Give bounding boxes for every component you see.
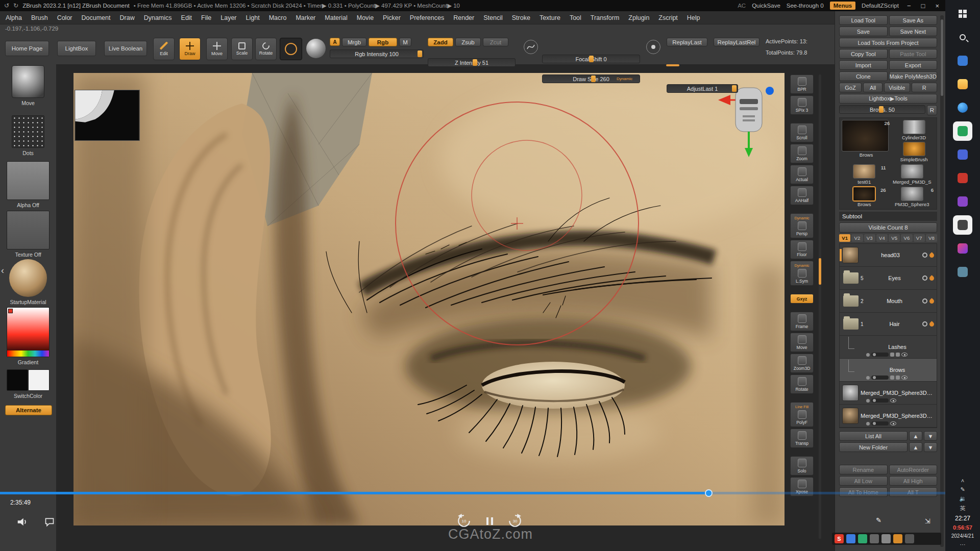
save-button[interactable]: Save [839, 27, 888, 36]
comments-button[interactable] [42, 514, 57, 530]
rotate-mode-button[interactable]: Rotate [255, 38, 277, 60]
menu-item-document[interactable]: Document [77, 11, 115, 24]
redo-icon[interactable]: ↻ [13, 2, 18, 9]
menu-item-preferences[interactable]: Preferences [405, 11, 449, 24]
tab-v3[interactable]: V3 [864, 234, 875, 242]
draw-mode-button[interactable]: Draw [179, 38, 201, 60]
subtool-toggle-strip[interactable] [866, 421, 896, 425]
menu-item-file[interactable]: File [197, 11, 216, 24]
clone-button[interactable]: Clone [839, 71, 888, 81]
subtool-section-header[interactable]: Subtool [839, 212, 937, 221]
paste-tool-button[interactable]: Paste Tool [889, 49, 938, 59]
menu-item-movie[interactable]: Movie [352, 11, 378, 24]
tab-v6[interactable]: V6 [901, 234, 912, 242]
photos-app-icon[interactable] [953, 239, 972, 258]
subtool-row-merged-20[interactable]: Merged_PM3D_Sphere3D1_20 [840, 382, 937, 405]
default-zscript-button[interactable]: DefaultZScript [862, 3, 899, 9]
rs-gxyz-button[interactable]: Gxyz [790, 294, 814, 304]
current-brush-preview[interactable] [280, 38, 302, 60]
menu-item-render[interactable]: Render [449, 11, 479, 24]
annotate-pencil-icon[interactable]: ✎ [876, 516, 881, 524]
tool-item-merged-pm3d-s[interactable]: Merged_PM3D_S [890, 164, 935, 185]
tab-v1[interactable]: V1 [839, 234, 850, 242]
current-material-preview[interactable] [306, 39, 326, 58]
rs-persp-button[interactable]: DynamicPersp [790, 213, 814, 238]
media-app-icon[interactable] [953, 192, 972, 211]
gear-icon[interactable] [922, 276, 927, 281]
pen-icon[interactable] [896, 353, 900, 357]
menu-item-stroke[interactable]: Stroke [507, 11, 535, 24]
menu-item-material[interactable]: Material [320, 11, 352, 24]
lightbox-tools-button[interactable]: Lightbox▶Tools [839, 94, 937, 104]
rs-bpr-button[interactable]: BPR [790, 74, 814, 94]
toggle-knob[interactable] [866, 422, 870, 425]
color-picker[interactable] [7, 307, 50, 357]
rs-scroll-button[interactable]: Scroll [790, 123, 814, 142]
subtool-row-eyes[interactable]: 5 Eyes [840, 267, 937, 290]
rs-floor-button[interactable]: Floor [790, 240, 814, 259]
mrgb-toggle[interactable]: Mrgb [342, 38, 366, 46]
rs-move-button[interactable]: Move [790, 333, 814, 352]
subtool-row-mouth[interactable]: 2 Mouth [840, 290, 937, 313]
menu-item-edit[interactable]: Edit [177, 11, 197, 24]
brush-thumbnail[interactable] [12, 65, 44, 98]
goz-r-button[interactable]: R [912, 83, 938, 92]
menu-item-color[interactable]: Color [53, 11, 77, 24]
rs-polyf-button[interactable]: Line FillPolyF [790, 402, 814, 427]
menu-item-layer[interactable]: Layer [216, 11, 241, 24]
rs-spix-slider[interactable]: SPix 3 [790, 95, 814, 115]
scale-mode-button[interactable]: Scale [231, 38, 253, 60]
blend-slider[interactable] [871, 398, 889, 403]
list-all-button[interactable]: List All [839, 431, 908, 441]
active-tool-thumbnail[interactable] [842, 120, 889, 152]
tool-item-simplebrush[interactable]: SimpleBrush [893, 142, 935, 162]
clock-time[interactable]: 22:27 [955, 515, 970, 522]
menu-item-macro[interactable]: Macro [264, 11, 291, 24]
goz-button[interactable]: GoZ [839, 83, 862, 92]
replay-last-button[interactable]: ReplayLast [667, 38, 707, 46]
rs-zoom3d-button[interactable]: Zoom3D [790, 354, 814, 373]
camera-gizmo[interactable] [717, 85, 776, 159]
rs-rotate-button[interactable]: Rotate [790, 374, 814, 394]
z-intensity-slider[interactable]: Z Intensity 51 [428, 58, 516, 67]
active-tool-slider[interactable]: Brows. 50 [839, 105, 925, 114]
volume-button[interactable] [14, 514, 30, 530]
ime-mode-icon[interactable] [846, 534, 855, 543]
move-mode-button[interactable]: Move [206, 38, 228, 60]
rs-actual-button[interactable]: Actual [790, 165, 814, 184]
blend-slider[interactable] [871, 353, 889, 357]
color-a-toggle[interactable]: A [330, 38, 340, 46]
clock-date[interactable]: 2024/4/21 [951, 533, 974, 539]
ime-skin-icon[interactable] [893, 534, 902, 543]
rgb-toggle[interactable]: Rgb [369, 38, 397, 46]
adjust-last-slider[interactable]: AdjustLast 1 [667, 84, 738, 93]
color-swatch[interactable] [8, 309, 13, 313]
rgb-intensity-slider[interactable]: Rgb Intensity 100 [330, 49, 424, 58]
alpha-thumbnail[interactable] [7, 161, 50, 200]
ime-keyboard-icon[interactable] [870, 534, 879, 543]
m-toggle[interactable]: M [399, 38, 411, 46]
rs-transp-button[interactable]: Transp [790, 429, 814, 448]
mail-app-icon[interactable] [953, 168, 972, 188]
brush-icon[interactable] [890, 375, 894, 380]
rainbow-strip[interactable] [7, 350, 49, 357]
tab-v8[interactable]: V8 [926, 234, 937, 242]
eye-icon[interactable] [901, 375, 908, 380]
zadd-toggle[interactable]: Zadd [428, 38, 453, 46]
goz-all-button[interactable]: All [863, 83, 883, 92]
folder-icon[interactable] [843, 272, 859, 284]
menu-item-picker[interactable]: Picker [378, 11, 405, 24]
all-low-button[interactable]: All Low [839, 476, 888, 486]
replay-last-rel-button[interactable]: ReplayLastRel [714, 38, 760, 46]
new-folder-button[interactable]: New Folder [839, 442, 908, 452]
widgets-icon[interactable] [953, 51, 972, 70]
zsub-toggle[interactable]: Zsub [455, 38, 481, 46]
menu-item-marker[interactable]: Marker [291, 11, 320, 24]
load-tool-button[interactable]: Load Tool [839, 15, 888, 25]
recorder-app-icon[interactable] [953, 215, 972, 235]
start-icon[interactable] [953, 4, 972, 23]
home-page-button[interactable]: Home Page [5, 41, 49, 56]
polypaint-icon[interactable] [928, 275, 935, 282]
seethrough-slider[interactable]: See-through 0 [787, 3, 824, 9]
tab-v5[interactable]: V5 [889, 234, 900, 242]
